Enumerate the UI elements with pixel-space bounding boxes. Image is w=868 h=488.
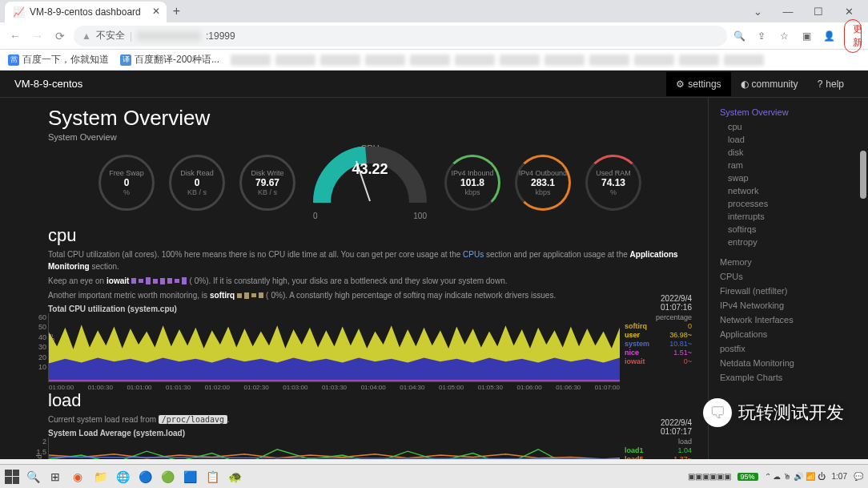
battery-indicator[interactable]: 95% xyxy=(737,473,758,481)
tab-close-icon[interactable]: ✕ xyxy=(152,6,160,17)
url-blurred xyxy=(137,31,201,41)
watermark: 🗨 玩转测试开发 xyxy=(703,398,844,427)
gauge-disk-write[interactable]: Disk Write79.67KB / s xyxy=(239,155,295,211)
gauges-row: CPU Free Swap0% Disk Read0KB / s Disk Wr… xyxy=(48,147,692,219)
app-icon-2[interactable]: 🟢 xyxy=(159,468,176,486)
load-heading: load xyxy=(48,390,692,411)
sidebar-item-cpu[interactable]: cpu xyxy=(720,120,857,133)
app-icon-5[interactable]: 🐢 xyxy=(226,468,243,486)
address-bar: ← → ⟳ ▲ 不安全 | :19999 🔍 ⇪ ☆ ▣ 👤 更新 ⋮ xyxy=(0,22,868,50)
settings-button[interactable]: ⚙settings xyxy=(666,72,730,96)
back-button[interactable]: ← xyxy=(6,30,24,42)
gauge-free-swap[interactable]: Free Swap0% xyxy=(98,155,155,211)
sidebar-sec-netif[interactable]: Network Interfaces xyxy=(720,313,857,327)
xticks: 01:00:0001:00:3001:01:0001:01:3001:02:00… xyxy=(49,384,620,391)
chevron-down-icon[interactable]: ⌄ xyxy=(743,2,772,21)
github-icon: ◐ xyxy=(741,79,749,90)
sidebar-item-disk[interactable]: disk xyxy=(720,146,857,159)
explorer-icon[interactable]: 📁 xyxy=(91,468,109,486)
yticks: 21.51 xyxy=(34,438,46,459)
share-icon[interactable]: ⇪ xyxy=(754,30,769,42)
wechat-icon: 🗨 xyxy=(703,398,732,427)
sidebar-item-network[interactable]: network xyxy=(720,184,857,197)
sidebar-sec-ipv4[interactable]: IPv4 Networking xyxy=(720,298,857,313)
gauge-cpu[interactable]: 43.22 0 100 xyxy=(310,147,430,219)
community-button[interactable]: ◐community xyxy=(731,72,808,96)
netdata-app: VM-8-9-centos ⚙settings ◐community ?help… xyxy=(0,71,868,459)
yticks: 605040302010 xyxy=(34,313,46,371)
sidebar-sec-netdata[interactable]: Netdata Monitoring xyxy=(720,356,857,370)
sidebar-item-softirqs[interactable]: softirqs xyxy=(720,223,857,236)
update-button[interactable]: 更新 ⋮ xyxy=(844,19,862,53)
search-taskbar-icon[interactable]: 🔍 xyxy=(24,468,42,486)
sidebar-header[interactable]: System Overview xyxy=(720,107,857,117)
app-icon-3[interactable]: 🟦 xyxy=(181,468,199,486)
help-icon: ? xyxy=(818,79,823,90)
cpu-desc-2: Keep an eye on iowait (0%). If it is con… xyxy=(48,275,692,287)
cpu-heading: cpu xyxy=(48,225,692,246)
forward-button[interactable]: → xyxy=(29,30,46,42)
cpu-chart[interactable]: percentage 605040302010 01:00:0001:00:30… xyxy=(48,313,692,382)
sidebar-sec-postfix[interactable]: postfix xyxy=(720,341,857,356)
sidebar-sec-memory[interactable]: Memory xyxy=(720,255,857,269)
star-icon[interactable]: ☆ xyxy=(777,30,791,42)
windows-taskbar: 🔍 ⊞ ◉ 📁 🌐 🔵 🟢 🟦 📋 🐢 ▣▣▣▣▣▣ 95% ⌃ ☁ 🖱 🔊 📶… xyxy=(0,464,868,488)
taskview-icon[interactable]: ⊞ xyxy=(46,468,64,486)
extensions-icon[interactable]: ▣ xyxy=(799,30,814,42)
app-topbar: VM-8-9-centos ⚙settings ◐community ?help xyxy=(0,71,868,98)
gauge-ipv4-inbound[interactable]: IPv4 Inbound101.8kbps xyxy=(444,155,500,211)
sidebar-item-swap[interactable]: swap xyxy=(720,171,857,184)
sidebar-item-entropy[interactable]: entropy xyxy=(720,236,857,248)
notifications-icon[interactable]: 💬 xyxy=(854,472,863,481)
load-chart-legend: load load11.04 load51.37~ load151.28~ xyxy=(620,438,692,459)
insecure-icon: ▲ xyxy=(82,30,91,42)
cpu-chart-legend: percentage softirq0 user36.98~ system10.… xyxy=(620,313,692,382)
profile-icon[interactable]: 👤 xyxy=(822,30,836,42)
sidebar-item-interrupts[interactable]: interrupts xyxy=(720,210,857,223)
app-icon-1[interactable]: 🔵 xyxy=(136,468,154,486)
app-icon-4[interactable]: 📋 xyxy=(203,468,221,486)
url-port: :19999 xyxy=(206,30,235,42)
minimize-button[interactable]: — xyxy=(774,2,802,21)
sidebar-sec-example[interactable]: Example Charts xyxy=(720,370,857,385)
load-chart[interactable]: load 21.51 load load11.04 load51.37~ loa… xyxy=(48,438,692,459)
security-label: 不安全 xyxy=(96,29,125,42)
chrome-icon[interactable]: 🌐 xyxy=(114,468,131,486)
cpu-desc-1: Total CPU utilization (all cores). 100% … xyxy=(48,248,692,272)
sidebar-item-processes[interactable]: processes xyxy=(720,197,857,210)
system-tray: ▣▣▣▣▣▣ 95% ⌃ ☁ 🖱 🔊 📶 ⏻ 1:07 💬 xyxy=(688,472,863,481)
toolbar-icons: 🔍 ⇪ ☆ ▣ 👤 更新 ⋮ xyxy=(732,19,862,53)
start-button[interactable] xyxy=(5,470,19,484)
browser-tab[interactable]: 📈 VM-8-9-centos dashboard ✕ xyxy=(5,2,167,22)
page-title: System Overview xyxy=(48,106,692,131)
sidebar-sec-firewall[interactable]: Firewall (netfilter) xyxy=(720,284,857,298)
close-button[interactable]: ✕ xyxy=(834,2,863,21)
gauge-disk-read[interactable]: Disk Read0KB / s xyxy=(169,155,225,211)
gear-icon: ⚙ xyxy=(676,79,685,90)
address-input[interactable]: ▲ 不安全 | :19999 xyxy=(74,26,727,46)
page-scrollbar[interactable] xyxy=(860,151,866,199)
gauge-ipv4-outbound[interactable]: IPv4 Outbound283.1kbps xyxy=(515,155,571,211)
search-icon[interactable]: 🔍 xyxy=(732,30,746,42)
new-tab-button[interactable]: + xyxy=(173,4,180,18)
tab-title: VM-8-9-centos dashboard xyxy=(30,6,141,18)
gauge-used-ram[interactable]: Used RAM74.13% xyxy=(585,155,641,211)
browser-chrome: 📈 VM-8-9-centos dashboard ✕ + ⌄ — ☐ ✕ ← … xyxy=(0,0,868,71)
maximize-button[interactable]: ☐ xyxy=(804,2,833,21)
sidebar-sec-apps[interactable]: Applications xyxy=(720,327,857,341)
hostname[interactable]: VM-8-9-centos xyxy=(14,78,82,90)
window-controls: ⌄ — ☐ ✕ xyxy=(743,2,863,21)
bookmarks-bar: 當百度一下，你就知道 译百度翻译-200种语... xyxy=(0,50,868,71)
ubuntu-icon[interactable]: ◉ xyxy=(69,468,86,486)
bookmark-baidu[interactable]: 當百度一下，你就知道 xyxy=(8,53,109,67)
clock[interactable]: 1:07 xyxy=(832,472,847,481)
main-content: System Overview System Overview CPU Free… xyxy=(0,98,708,459)
sidebar-item-load[interactable]: load xyxy=(720,133,857,146)
cpus-link[interactable]: CPUs xyxy=(463,250,484,259)
reload-button[interactable]: ⟳ xyxy=(51,30,69,42)
bookmark-fanyi[interactable]: 译百度翻译-200种语... xyxy=(120,53,219,67)
netdata-icon: 📈 xyxy=(13,6,25,18)
sidebar-sec-cpus[interactable]: CPUs xyxy=(720,269,857,284)
sidebar-item-ram[interactable]: ram xyxy=(720,159,857,171)
help-button[interactable]: ?help xyxy=(808,72,854,96)
